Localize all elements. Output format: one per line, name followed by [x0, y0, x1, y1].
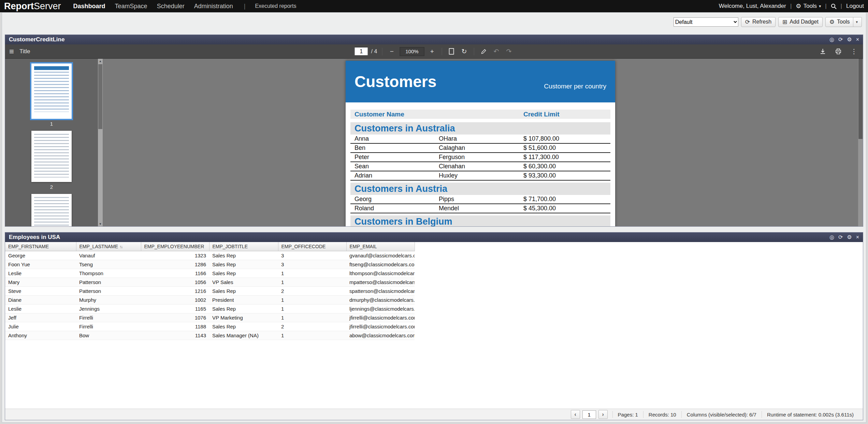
settings-icon[interactable]: ⚙ [847, 235, 852, 240]
employees-table-body: GeorgeVanauf1323Sales Rep3gvanauf@classi… [5, 251, 415, 340]
pages-count: Pages: 1 [612, 411, 643, 418]
welcome-text: Welcome, Lust, Alexander [719, 3, 786, 10]
grid-page-input[interactable] [582, 410, 596, 419]
nav-teamspace[interactable]: TeamSpace [115, 3, 147, 10]
scroll-up-icon[interactable]: ▲ [98, 59, 103, 63]
more-options-icon[interactable]: ⋮ [849, 47, 859, 56]
app-logo[interactable]: ReportServer [4, 1, 61, 12]
logout-link[interactable]: Logout [846, 3, 864, 10]
col-emp-jobtitle[interactable]: EMP_JOBTITLE [209, 242, 278, 251]
table-row[interactable]: JulieFirrelli1188Sales Rep2jfirrelli@cla… [5, 322, 415, 331]
report-subtitle: Customer per country [544, 83, 606, 102]
columns-info: Columns (visible/selected): 6/7 [681, 411, 762, 418]
document-title: Title [19, 48, 30, 55]
column-customer-name: Customer Name [355, 111, 523, 118]
report-row: BenCalaghan$ 51,600.00 [350, 144, 610, 153]
refresh-button[interactable]: ⟳ Refresh [741, 17, 776, 27]
annotate-pen-icon[interactable] [479, 47, 488, 56]
zoom-in-button[interactable]: + [427, 47, 437, 56]
table-header-row: EMP_FIRSTNAME EMP_LASTNAME↑↓ EMP_EMPLOYE… [5, 242, 415, 251]
panel-header[interactable]: Employees in USA ◎ ⟳ ⚙ × [5, 232, 863, 242]
sidebar-toggle-icon[interactable]: ≡ [9, 47, 14, 56]
page-thumbnail-3[interactable] [31, 194, 72, 226]
rotate-icon[interactable]: ↻ [459, 47, 469, 56]
zoom-out-button[interactable]: − [387, 47, 396, 56]
report-section-heading: Customers in Austria [350, 183, 610, 195]
reload-icon[interactable]: ⟳ [838, 37, 843, 42]
col-emp-email[interactable]: EMP_EMAIL [346, 242, 415, 251]
fit-page-icon[interactable] [447, 47, 456, 56]
top-bar: ReportServer Dashboard TeamSpace Schedul… [0, 0, 868, 12]
display-options-icon[interactable]: ◎ [829, 235, 834, 240]
scroll-down-icon[interactable]: ▼ [98, 222, 103, 226]
nav-dashboard[interactable]: Dashboard [73, 3, 105, 10]
table-row[interactable]: LeslieJennings1165Sales Rep1ljennings@cl… [5, 304, 415, 313]
employees-table: EMP_FIRSTNAME EMP_LASTNAME↑↓ EMP_EMPLOYE… [5, 242, 415, 340]
report-title-band: Customers Customer per country [346, 61, 615, 102]
page-count: / 4 [371, 48, 377, 55]
reload-icon[interactable]: ⟳ [838, 235, 843, 240]
table-row[interactable]: LeslieThompson1166Sales Rep1lthompson@cl… [5, 269, 415, 278]
nav-scheduler[interactable]: Scheduler [157, 3, 185, 10]
report-section-heading: Customers in Australia [350, 122, 610, 135]
report-row: AdrianHuxley$ 93,300.00 [350, 171, 610, 181]
main-nav: Dashboard TeamSpace Scheduler Administra… [73, 3, 296, 10]
tools-menu[interactable]: ⚙ Tools ▾ [796, 3, 821, 10]
sort-icon: ↑↓ [119, 244, 122, 249]
report-body: Customers in AustraliaAnnaOHara$ 107,800… [350, 122, 610, 226]
thumbnail-page-number: 1 [50, 121, 53, 127]
table-row[interactable]: Foon YueTseng1286Sales Rep3ftseng@classi… [5, 260, 415, 269]
topbar-right: Welcome, Lust, Alexander | ⚙ Tools ▾ | |… [719, 3, 864, 10]
refresh-icon: ⟳ [745, 19, 750, 25]
settings-icon[interactable]: ⚙ [847, 37, 852, 42]
page-thumbnail-2[interactable] [31, 131, 72, 182]
search-icon[interactable] [831, 3, 837, 9]
report-row: RolandMendel$ 45,300.00 [350, 204, 610, 213]
nav-administration[interactable]: Administration [194, 3, 233, 10]
chevron-down-icon: ▾ [819, 4, 821, 9]
report-row: PeterFerguson$ 117,300.00 [350, 153, 610, 162]
report-row: SeanClenahan$ 60,300.00 [350, 162, 610, 171]
panel-header[interactable]: CustomerCreditLine ◎ ⟳ ⚙ × [5, 35, 863, 44]
table-row[interactable]: MaryPatterson1056VP Sales1mpatterso@clas… [5, 278, 415, 286]
dashboard-toolbar: Default ⟳ Refresh ⊞ Add Dadget ⚙ Tools ▾ [2, 13, 866, 31]
download-icon[interactable] [818, 47, 827, 56]
col-emp-lastname[interactable]: EMP_LASTNAME↑↓ [76, 242, 141, 251]
dashboard-select[interactable]: Default [674, 17, 738, 27]
col-emp-employeenumber[interactable]: EMP_EMPLOYEENUMBER [141, 242, 209, 251]
viewer-scrollbar[interactable] [858, 59, 863, 226]
table-row[interactable]: StevePatterson1216Sales Rep2spatterson@c… [5, 286, 415, 295]
undo-icon[interactable]: ↶ [491, 47, 501, 56]
tools-button[interactable]: ⚙ Tools ▾ [825, 17, 862, 27]
nav-executed-reports[interactable]: Executed reports [255, 3, 296, 9]
table-row[interactable]: JeffFirrelli1076VP Marketing1jfirrelli@c… [5, 313, 415, 322]
zoom-level[interactable]: 100% [400, 47, 424, 56]
page-number-input[interactable] [355, 47, 368, 56]
sidebar-scrollbar[interactable]: ▲ ▼ [98, 59, 103, 226]
report-row: AnnaOHara$ 107,800.00 [350, 135, 610, 144]
panel-employees-usa: Employees in USA ◎ ⟳ ⚙ × EMP_FIRSTNAME E… [5, 232, 863, 420]
close-icon[interactable]: × [856, 37, 859, 42]
gear-icon: ⚙ [829, 19, 835, 25]
close-icon[interactable]: × [856, 235, 859, 240]
prev-page-button[interactable]: ‹ [571, 410, 580, 419]
table-row[interactable]: AnthonyBow1143Sales Manager (NA)1abow@cl… [5, 331, 415, 340]
pdf-toolbar: ≡ Title / 4 − 100% + ↻ [5, 44, 863, 59]
redo-icon[interactable]: ↷ [504, 47, 513, 56]
add-icon: ⊞ [782, 19, 787, 25]
print-icon[interactable] [834, 47, 843, 56]
col-emp-firstname[interactable]: EMP_FIRSTNAME [5, 242, 76, 251]
col-emp-officecode[interactable]: EMP_OFFICECODE [278, 242, 346, 251]
page-thumbnail-1[interactable] [31, 63, 72, 119]
panel-title: CustomerCreditLine [9, 36, 64, 43]
dashboard-page: Default ⟳ Refresh ⊞ Add Dadget ⚙ Tools ▾… [2, 12, 866, 423]
panel-customer-creditline: CustomerCreditLine ◎ ⟳ ⚙ × ≡ Title / 4 − [5, 34, 863, 227]
table-row[interactable]: GeorgeVanauf1323Sales Rep3gvanauf@classi… [5, 251, 415, 260]
column-credit-limit: Credit Limit [523, 111, 560, 118]
display-options-icon[interactable]: ◎ [829, 37, 834, 42]
add-dadget-button[interactable]: ⊞ Add Dadget [778, 17, 823, 27]
next-page-button[interactable]: › [598, 410, 608, 419]
table-row[interactable]: DianeMurphy1002President1dmurphy@classic… [5, 295, 415, 304]
panel-title: Employees in USA [9, 234, 60, 241]
grid-status-bar: ‹ › Pages: 1 Records: 10 Columns (visibl… [5, 409, 863, 420]
